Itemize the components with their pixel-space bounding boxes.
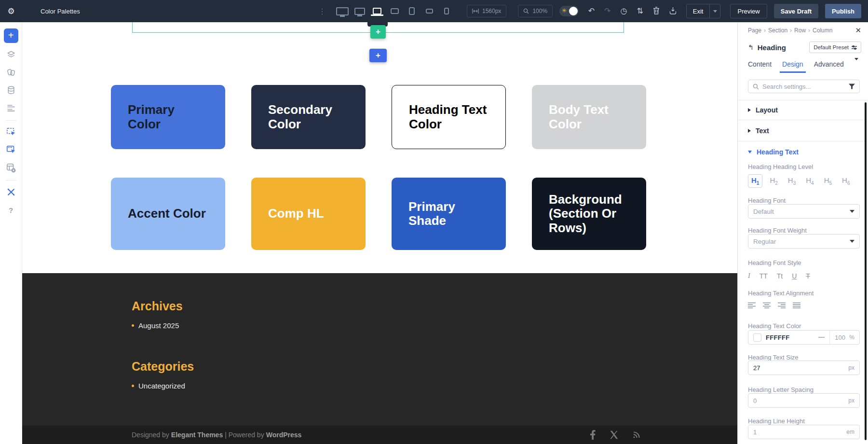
builder-left-sidebar: + ? (0, 22, 22, 444)
breadcrumb: Page› Section› Row› Column (748, 27, 832, 34)
exit-dropdown-caret[interactable] (709, 4, 720, 18)
responsive-arrows-icon[interactable]: ⇅ (637, 7, 643, 15)
trash-icon[interactable] (653, 7, 660, 16)
heading-level-h6[interactable]: H6 (839, 175, 853, 187)
opacity-input[interactable] (830, 334, 849, 341)
bullet-icon (132, 385, 134, 387)
categories-heading: Categories (132, 360, 737, 374)
ai-toggle[interactable]: ✳ (559, 6, 579, 16)
add-row-button[interactable]: + (370, 25, 386, 39)
color-card-primary[interactable]: Primary Color (111, 85, 225, 149)
elegant-themes-link[interactable]: Elegant Themes (171, 431, 223, 439)
color-card-background[interactable]: Background (Section Or Rows) (532, 178, 646, 250)
drag-handle-icon[interactable]: ⋮ (318, 7, 326, 16)
heading-level-h3[interactable]: H3 (785, 175, 799, 187)
publish-button[interactable]: Publish (825, 4, 861, 18)
layers-icon[interactable] (5, 48, 17, 61)
heading-letter-spacing-input[interactable] (753, 397, 848, 404)
color-swatch[interactable] (753, 333, 761, 342)
color-card-primary-shade[interactable]: Primary Shade (392, 178, 506, 250)
tablet-landscape-icon[interactable] (386, 0, 403, 22)
color-card-accent[interactable]: Accent Color (111, 178, 225, 250)
heading-line-height-input[interactable] (753, 429, 846, 436)
breadcrumb-row[interactable]: Row (794, 27, 806, 34)
heading-level-h5[interactable]: H5 (821, 175, 835, 187)
tab-advanced[interactable]: Advanced (814, 60, 844, 68)
preview-button[interactable]: Preview (730, 4, 767, 18)
page-settings-gear-icon[interactable]: ⚙ (0, 6, 22, 16)
phone-icon[interactable] (438, 0, 455, 22)
heading-level-h2[interactable]: H2 (767, 175, 780, 187)
divi-visual-builder: ⚙ Color Palettes ⋮ 1560px 100% (0, 0, 868, 444)
undo-icon[interactable]: ↶ (588, 7, 595, 15)
breadcrumb-section[interactable]: Section (768, 27, 787, 34)
tabs-dropdown-caret-icon[interactable] (854, 60, 858, 68)
portability-icon[interactable] (669, 7, 677, 16)
exit-button[interactable]: Exit (687, 8, 710, 15)
tablet-icon[interactable] (403, 0, 420, 22)
module-presets-icon[interactable] (5, 162, 17, 174)
desktop-wide-icon[interactable] (334, 0, 351, 22)
align-center-icon[interactable] (763, 302, 771, 309)
strikethrough-icon[interactable]: T (806, 272, 810, 280)
canvas-width-input[interactable]: 1560px (467, 5, 506, 17)
underline-icon[interactable]: U (792, 272, 797, 280)
rss-icon[interactable] (632, 430, 641, 439)
heading-font-label: Heading Font (748, 197, 786, 204)
default-preset-button[interactable]: Default Preset (809, 42, 861, 53)
search-input[interactable] (762, 83, 845, 90)
align-right-icon[interactable] (778, 302, 786, 309)
archives-list-item[interactable]: August 2025 (132, 321, 737, 330)
redo-icon[interactable]: ↷ (604, 7, 610, 15)
align-justify-icon[interactable] (793, 302, 801, 309)
small-caps-icon[interactable]: Tt (777, 272, 783, 280)
color-card-secondary[interactable]: Secondary Color (251, 85, 366, 149)
close-icon[interactable]: ✕ (855, 26, 861, 35)
tab-design[interactable]: Design (782, 60, 803, 68)
heading-level-h4[interactable]: H4 (803, 175, 816, 187)
topbar-actions: ✳ ↶ ↷ ◷ ⇅ Exit Preview Save Draft Publis… (557, 0, 861, 22)
x-icon[interactable] (610, 430, 618, 439)
add-section-button[interactable]: + (369, 49, 387, 62)
categories-list-item[interactable]: Uncategorized (132, 382, 737, 390)
uppercase-icon[interactable]: TT (760, 272, 768, 280)
settings-search (748, 80, 860, 93)
heading-font-weight-select[interactable]: Regular (748, 234, 860, 249)
phone-landscape-icon[interactable] (420, 0, 438, 22)
back-arrow-icon[interactable]: ↰ (748, 43, 754, 51)
save-draft-button[interactable]: Save Draft (774, 4, 818, 18)
heading-text-color-control[interactable]: FFFFFF % (748, 330, 860, 345)
laptop-icon-active[interactable] (368, 0, 386, 22)
heading-text-size-input[interactable] (753, 364, 848, 372)
facebook-icon[interactable] (590, 430, 596, 440)
breadcrumb-page[interactable]: Page (748, 27, 761, 34)
history-icon[interactable]: ◷ (620, 7, 627, 15)
align-left-icon[interactable] (748, 302, 756, 309)
desktop-icon[interactable] (351, 0, 368, 22)
color-card-body-text[interactable]: Body Text Color (532, 85, 646, 149)
canvas-zoom-input[interactable]: 100% (518, 5, 553, 17)
tab-content[interactable]: Content (748, 60, 772, 68)
database-icon[interactable] (5, 84, 17, 97)
heading-font-select[interactable]: Default (748, 204, 860, 219)
heading-level-h1[interactable]: H1 (748, 174, 762, 188)
section-heading-text[interactable]: Heading Text (738, 141, 868, 162)
section-text[interactable]: Text (738, 120, 868, 141)
section-layout[interactable]: Layout (738, 100, 868, 120)
panel-scrollbar[interactable] (865, 102, 867, 440)
design-presets-icon[interactable] (5, 66, 17, 79)
text-settings-icon[interactable] (5, 102, 17, 114)
breadcrumb-column[interactable]: Column (813, 27, 832, 34)
wordpress-link[interactable]: WordPress (266, 431, 302, 439)
color-card-comp-hl[interactable]: Comp HL (251, 178, 366, 250)
help-icon[interactable]: ? (5, 204, 17, 216)
filter-funnel-icon[interactable] (849, 83, 855, 89)
page-canvas: + + Primary Color Secondary Color Headin… (22, 22, 737, 444)
click-mode-icon[interactable] (5, 126, 17, 139)
add-module-button[interactable]: + (4, 28, 18, 43)
magnifier-icon (523, 8, 529, 14)
italic-icon[interactable]: I (748, 272, 750, 280)
tools-icon[interactable] (5, 186, 17, 198)
color-card-heading-text[interactable]: Heading Text Color (392, 85, 506, 149)
hover-mode-icon[interactable] (5, 144, 17, 156)
